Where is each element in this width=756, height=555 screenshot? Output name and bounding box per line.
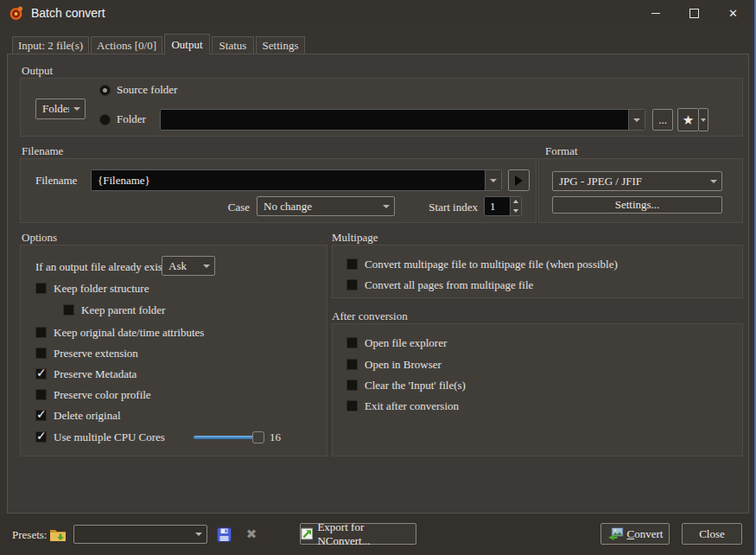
convert-multipage-to-multipage-checkbox[interactable]: ✓ [346,258,358,270]
tab-actions[interactable]: Actions [0/0] [91,36,162,54]
batch-convert-window: Batch convert ✕ Input: 2 file(s) Actions… [0,0,756,555]
folder-radio[interactable] [99,114,111,125]
window-title: Batch convert [31,6,105,20]
favorites-button[interactable]: ★ [677,108,699,131]
play-arrow-icon [515,175,523,186]
save-preset-button[interactable] [214,525,233,544]
export-for-nconvert-button[interactable]: Export for NConvert... [300,523,416,545]
cpu-cores-slider-handle[interactable] [252,431,264,443]
export-icon [301,527,313,540]
tab-status[interactable]: Status [212,36,254,54]
check-icon: ✓ [36,429,47,443]
checkbox-label: Preserve Metadata [54,367,137,381]
delete-original-checkbox[interactable]: ✓ [35,410,47,421]
start-index-label: Start index [421,201,478,214]
exists-select[interactable]: Ask [162,256,215,276]
checkbox-label: Exit after conversion [365,399,459,413]
exit-after-conversion-checkbox[interactable]: ✓ [346,400,358,411]
insert-variable-button[interactable] [508,169,530,191]
tab-input[interactable]: Input: 2 file(s) [12,36,89,54]
options-group-label: Options [22,231,57,245]
convert-icon [607,527,624,540]
chevron-down-icon [701,118,706,122]
filename-pattern-input[interactable]: {Filename} [91,169,502,191]
checkbox-label: Keep original date/time attributes [54,326,204,340]
multipage-group-label: Multipage [332,231,378,245]
format-select[interactable]: JPG - JPEG / JFIF [552,171,722,191]
chevron-down-icon [199,265,214,268]
checkbox-label: Open file explorer [365,336,447,350]
clear-input-files-checkbox[interactable]: ✓ [346,380,358,391]
tab-output[interactable]: Output [164,34,210,54]
close-button[interactable]: ✕ [714,0,753,26]
chevron-down-icon[interactable] [485,170,501,190]
keep-folder-structure-checkbox[interactable]: ✓ [35,283,47,294]
checkbox-label: Keep folder structure [54,282,149,296]
open-file-explorer-checkbox[interactable]: ✓ [346,337,358,348]
maximize-icon [689,9,699,18]
preserve-color-profile-checkbox[interactable]: ✓ [35,389,47,400]
chevron-down-icon [191,533,206,536]
checkbox-label: Preserve extension [54,347,138,360]
folder-radio-label: Folder [117,112,146,126]
window-controls: ✕ [636,0,753,26]
checkbox-label: Delete original [54,409,121,423]
case-select[interactable]: No change [257,196,395,216]
delete-preset-button[interactable]: ✖ [242,525,261,544]
presets-bar: Presets: ✖ [0,514,754,555]
check-icon: ✓ [36,366,47,380]
use-multiple-cpu-cores-checkbox[interactable]: ✓ [35,431,47,443]
source-folder-radio-label: Source folder [117,83,177,97]
exists-label: If an output file already exists [35,260,170,274]
close-icon: ✕ [728,7,738,20]
output-folder-path-input[interactable] [160,109,645,131]
delete-icon: ✖ [246,526,257,542]
output-target-select[interactable]: Folder [35,99,86,119]
xnview-app-icon [9,5,24,21]
checkbox-label: Convert all pages from multipage file [365,278,533,292]
preset-select[interactable] [73,525,207,544]
titlebar: Batch convert ✕ [0,0,754,26]
chevron-down-icon [69,107,85,111]
minimize-icon [651,13,660,14]
convert-all-pages-checkbox[interactable]: ✓ [346,279,358,290]
preserve-extension-checkbox[interactable]: ✓ [35,348,47,359]
stepper-down-button[interactable] [511,207,522,216]
cpu-cores-value: 16 [270,431,281,444]
checkbox-label: Clear the 'Input' file(s) [365,379,466,392]
check-icon: ✓ [36,407,47,422]
checkbox-label: Preserve color profile [54,388,151,402]
output-group-label: Output [22,64,53,78]
tab-settings[interactable]: Settings [256,36,305,54]
start-index-stepper[interactable]: 1 [484,196,522,216]
filename-field-label: Filename [35,174,77,188]
open-in-browser-checkbox[interactable]: ✓ [346,359,358,370]
checkbox-label: Use multiple CPU Cores [54,431,165,444]
checkbox-label: Open in Browser [365,358,442,372]
stepper-up-button[interactable] [511,197,522,207]
chevron-down-icon [513,209,518,213]
source-folder-radio[interactable] [99,85,111,96]
folder-open-icon [49,527,67,542]
chevron-down-icon [706,180,721,183]
keep-datetime-checkbox[interactable]: ✓ [35,327,47,338]
minimize-button[interactable] [636,0,675,26]
filename-group-label: Filename [22,144,63,158]
convert-button[interactable]: Convert [600,523,670,545]
after-conversion-group-label: After conversion [332,309,408,323]
open-preset-button[interactable] [48,525,68,544]
format-settings-button[interactable]: Settings... [552,196,722,214]
preserve-metadata-checkbox[interactable]: ✓ [35,368,47,380]
browse-folder-button[interactable]: ... [652,109,673,131]
chevron-up-icon [513,200,518,203]
output-tab-page: Output Folder Source folder Folder ... ★… [7,54,749,514]
close-dialog-button[interactable]: Close [682,523,742,545]
presets-label: Presets: [12,528,47,542]
keep-parent-folder-checkbox[interactable]: ✓ [63,304,74,316]
format-group-label: Format [545,144,578,158]
maximize-button[interactable] [675,0,714,26]
chevron-down-icon [378,205,394,208]
chevron-down-icon[interactable] [628,110,645,130]
favorites-dropdown-button[interactable] [698,108,708,131]
star-icon: ★ [683,112,694,128]
